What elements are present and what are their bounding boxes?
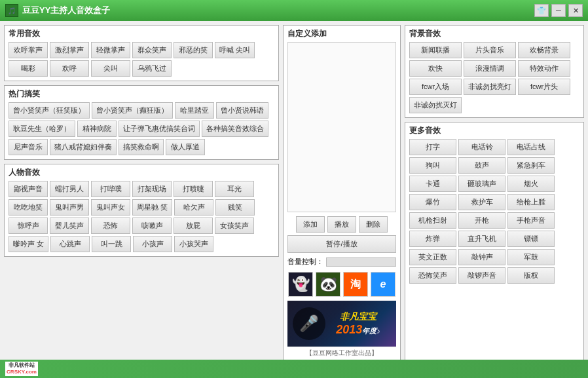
- sound-button[interactable]: 欢快: [409, 60, 462, 77]
- sound-button[interactable]: 轻微掌声: [91, 42, 130, 58]
- sound-button[interactable]: 群众笑声: [132, 42, 172, 58]
- common-sounds-grid: 欢呼掌声激烈掌声轻微掌声群众笑声邪恶的笑呼喊 尖叫喝彩欢呼尖叫乌鸦飞过: [9, 42, 274, 77]
- sound-button[interactable]: 叫一跳: [92, 236, 131, 252]
- sound-button[interactable]: 鼓声: [458, 157, 505, 174]
- sound-button[interactable]: 哈欠声: [174, 199, 213, 216]
- sound-button[interactable]: 吃吃地笑: [9, 199, 48, 216]
- sound-button[interactable]: 贱笑: [215, 199, 255, 216]
- sound-button[interactable]: 打字: [409, 139, 456, 155]
- sound-button[interactable]: 恐怖笑声: [409, 267, 456, 284]
- sound-button[interactable]: 耿豆先生（哈罗）: [9, 121, 75, 137]
- sound-button[interactable]: 婴儿笑声: [50, 217, 89, 234]
- sound-button[interactable]: 呼喊 尖叫: [215, 42, 255, 58]
- more-sounds-section: 更多音效 打字电话铃电话占线狗叫鼓声紧急刹车卡通砸玻璃声烟火爆竹救护车给枪上膛机…: [405, 122, 584, 374]
- sound-button[interactable]: 手枪声音: [507, 212, 555, 229]
- sound-button[interactable]: 爆竹: [409, 194, 456, 210]
- sound-button[interactable]: 烟火: [507, 176, 555, 192]
- sound-button[interactable]: 版权: [507, 267, 555, 284]
- sound-button[interactable]: 欢畅背景: [518, 42, 570, 58]
- sound-button[interactable]: 小孩哭声: [174, 236, 213, 252]
- title-bar: 🎵 豆豆YY主持人音效盒子 👕 ─ ✕: [0, 0, 588, 21]
- sound-button[interactable]: 开枪: [458, 212, 505, 229]
- sound-button[interactable]: 搞笑救命啊: [119, 139, 164, 155]
- pause-play-button[interactable]: 暂停/播放: [287, 235, 396, 253]
- custom-list[interactable]: [287, 42, 396, 212]
- sound-button[interactable]: 卡通: [409, 176, 456, 192]
- sound-button[interactable]: 敲锣声音: [458, 267, 505, 284]
- volume-slider[interactable]: [326, 257, 396, 267]
- sound-button[interactable]: 鬼叫声女: [91, 199, 130, 216]
- sound-button[interactable]: 鄙视声音: [9, 181, 48, 197]
- watermark-logo: 非凡软件站CRSKY.com: [5, 362, 38, 376]
- close-button[interactable]: ✕: [568, 4, 583, 17]
- sound-button[interactable]: 女孩笑声: [215, 217, 254, 234]
- ghost-icon-btn[interactable]: 👻: [288, 272, 313, 297]
- sound-button[interactable]: 小孩声: [133, 236, 172, 252]
- sound-button[interactable]: 紧急刹车: [507, 157, 555, 174]
- sound-button[interactable]: 嗲吟声 女: [9, 236, 48, 252]
- sound-button[interactable]: 电话占线: [507, 139, 555, 155]
- sound-button[interactable]: 片头音乐: [464, 42, 516, 58]
- ie-icon-btn[interactable]: e: [371, 272, 395, 297]
- sound-button[interactable]: 电话铃: [458, 139, 505, 155]
- sound-button[interactable]: 特效动作: [518, 60, 570, 77]
- delete-button[interactable]: 删除: [359, 216, 388, 233]
- sound-button[interactable]: 尼声音乐: [9, 139, 48, 155]
- sound-button[interactable]: 给枪上膛: [507, 194, 555, 210]
- add-button[interactable]: 添加: [296, 216, 325, 233]
- sound-button[interactable]: 曾小贤笑声（癫狂版）: [92, 102, 173, 119]
- sound-button[interactable]: 非诚勿扰灭灯: [409, 97, 462, 113]
- sound-button[interactable]: 哈里踏亚: [175, 102, 214, 119]
- sound-button[interactable]: 猪八戒背媳妇伴奏: [50, 139, 117, 155]
- sound-button[interactable]: 周星驰 笑: [132, 199, 172, 216]
- sound-button[interactable]: 心跳声: [50, 236, 90, 252]
- sound-button[interactable]: 咳嗽声: [132, 217, 172, 234]
- settings-button[interactable]: 👕: [534, 4, 549, 17]
- minimize-button[interactable]: ─: [551, 4, 566, 17]
- sound-button[interactable]: 欢呼掌声: [9, 42, 48, 58]
- sound-button[interactable]: 乌鸦飞过: [132, 60, 172, 77]
- sound-button[interactable]: 打喷嚏: [174, 181, 213, 197]
- sound-button[interactable]: 敲钟声: [458, 249, 505, 265]
- sound-button[interactable]: 耳光: [215, 181, 254, 197]
- sound-button[interactable]: 邪恶的笑: [174, 42, 213, 58]
- more-sounds-title: 更多音效: [409, 125, 579, 136]
- sound-button[interactable]: 喝彩: [9, 60, 48, 77]
- sound-button[interactable]: 精神病院: [77, 121, 117, 137]
- sound-button[interactable]: 军鼓: [507, 249, 555, 265]
- sound-button[interactable]: 放屁: [174, 217, 213, 234]
- volume-label: 音量控制：: [287, 257, 323, 267]
- sound-button[interactable]: 让子弹飞惠优搞笑台词: [119, 121, 200, 137]
- sound-button[interactable]: 鬼叫声男: [50, 199, 89, 216]
- sound-button[interactable]: 浪漫情调: [464, 60, 516, 77]
- sound-button[interactable]: 惊呼声: [9, 217, 48, 234]
- sound-button[interactable]: 非诚勿扰亮灯: [464, 79, 516, 95]
- sound-button[interactable]: 狗叫: [409, 157, 456, 174]
- sound-button[interactable]: 救护车: [458, 194, 505, 210]
- play-button[interactable]: 播放: [327, 216, 356, 233]
- sound-button[interactable]: fcwr入场: [409, 79, 462, 95]
- sound-button[interactable]: 曾小贤笑声（狂笑版）: [9, 102, 90, 119]
- sound-button[interactable]: 曾小贤说韩语: [216, 102, 268, 119]
- volume-row: 音量控制：: [287, 257, 396, 267]
- sound-button[interactable]: 打架现场: [132, 181, 172, 197]
- sound-button[interactable]: 激烈掌声: [50, 42, 89, 58]
- sound-button[interactable]: 蠕打男人: [50, 181, 89, 197]
- sound-button[interactable]: fcwr片头: [518, 79, 570, 95]
- sound-button[interactable]: 机枪扫射: [409, 212, 456, 229]
- taobao-icon-btn[interactable]: 淘: [343, 272, 368, 297]
- sound-button[interactable]: 尖叫: [91, 60, 130, 77]
- sound-button[interactable]: 砸玻璃声: [458, 176, 505, 192]
- title-icon: 🎵: [5, 4, 18, 17]
- sound-button[interactable]: 英文正数: [409, 249, 456, 265]
- sound-button[interactable]: 新闻联播: [409, 42, 462, 58]
- sound-button[interactable]: 各种搞笑音效综合: [202, 121, 268, 137]
- sound-button[interactable]: 炸弹: [409, 231, 456, 247]
- sound-button[interactable]: 欢呼: [50, 60, 89, 77]
- sound-button[interactable]: 恐怖: [91, 217, 130, 234]
- sound-button[interactable]: 直升飞机: [458, 231, 505, 247]
- sound-button[interactable]: 打哔噗: [91, 181, 130, 197]
- sound-button[interactable]: 镖镖: [507, 231, 555, 247]
- panda-icon-btn[interactable]: 🐼: [316, 272, 340, 297]
- sound-button[interactable]: 做人厚道: [166, 139, 205, 155]
